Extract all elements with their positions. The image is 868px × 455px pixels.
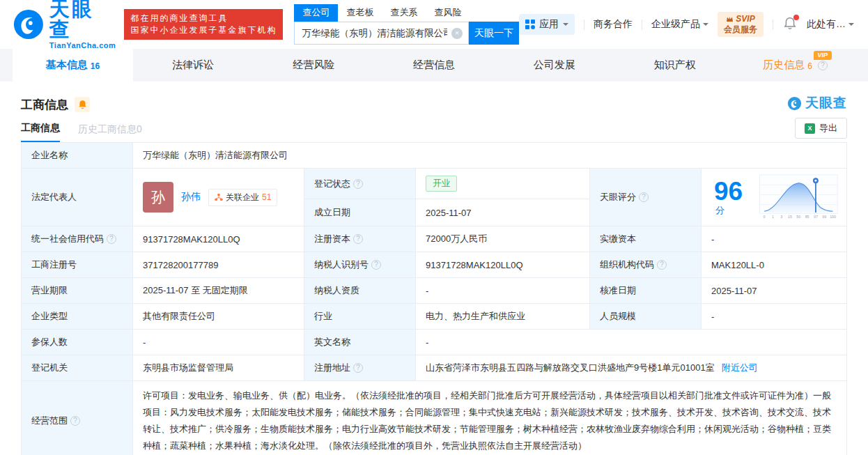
search-tab-relation[interactable]: 查关系 [382,4,426,22]
svg-text:0: 0 [764,215,766,219]
nearby-companies-link[interactable]: 附近公司 [722,362,758,373]
tianyancha-watermark: 天眼查 [787,94,847,112]
insured-count-label: 参保人数 [22,330,133,355]
company-name-label: 企业名称 [22,143,133,169]
tab-operational-info[interactable]: 经营信息 [374,49,495,82]
tab-company-development[interactable]: 公司发展 [494,49,614,82]
approval-date-label: 核准日期 [590,278,702,304]
search-input[interactable] [295,28,468,38]
svip-label: SVIP [736,14,754,24]
help-icon[interactable] [353,179,363,189]
establish-date-label: 成立日期 [304,199,416,226]
table-row: 法定代表人 孙 孙伟 关联企业 51 [22,169,847,199]
svg-text:99: 99 [823,215,827,219]
taxpayer-id-value: 91371728MAK120LL0Q [416,252,590,278]
reg-status-cell: 开业 [416,169,590,199]
related-companies-badge[interactable]: 关联企业 51 [208,189,277,206]
search-tab-risk[interactable]: 查风险 [426,4,470,22]
header-nav: 应用 商务合作 企业级产品 SVIP 会员服务 [519,12,854,37]
help-icon[interactable] [818,61,828,70]
approval-date-value: 2025-11-07 [702,278,847,304]
score-axis-ticks: 0 1 3 15 50 85 97 99 100 [764,215,836,219]
watermark-logo-icon [787,96,802,111]
tab-intellectual-property[interactable]: 知识产权 [614,49,735,82]
business-term-value: 2025-11-07 至 无固定期限 [133,278,304,304]
subtab-history-business-info[interactable]: 历史工商信息0 [78,123,142,142]
tianyancha-logo[interactable]: 天眼查 TianYanCha.com [13,0,116,49]
taxpayer-id-label: 纳税人识别号 [314,259,369,271]
status-badge: 开业 [426,176,457,192]
score-number: 96 [714,177,743,206]
help-icon[interactable] [70,416,80,426]
promo-line-2: 国家中小企业发展子基金旗下机构 [130,24,277,36]
related-count: 51 [262,192,271,202]
legal-rep-cell: 孙 孙伟 关联企业 51 [133,169,304,226]
legal-rep-name-link[interactable]: 孙伟 [181,191,201,203]
svg-text:15: 15 [788,215,792,219]
svip-member-button[interactable]: SVIP 会员服务 [718,12,764,37]
table-row: 营业期限 2025-11-07 至 无固定期限 纳税人资质 - 核准日期 202… [22,278,847,304]
svg-text:50: 50 [797,215,801,219]
nav-business-cooperation[interactable]: 商务合作 [594,18,633,31]
english-name-label: 英文名称 [304,330,416,355]
score-cell: 96分 [702,169,847,226]
address-value: 山东省菏泽市东明县五四路与解放路交叉口洪盛地产9号楼1单元01001室 [426,362,715,373]
nav-divider [642,20,642,30]
clear-search-icon[interactable]: × [451,28,463,39]
search-tab-boss[interactable]: 查老板 [338,4,382,22]
table-row: 企业类型 其他有限责任公司 行业 电力、热力生产和供应业 人员规模 - [22,304,847,330]
chevron-down-icon [563,23,568,29]
help-icon[interactable] [639,192,649,202]
tab-risk-label: 经营风险 [293,59,334,72]
industry-label: 行业 [304,304,416,330]
tab-development-label: 公司发展 [534,59,575,72]
paid-capital-value: - [702,226,847,252]
taxpayer-id-label-cell: 纳税人识别号 [304,252,416,278]
legal-rep-label: 法定代表人 [22,169,133,226]
nav-enterprise-products[interactable]: 企业级产品 [651,18,708,31]
table-row: 登记机关 东明县市场监督管理局 注册地址 山东省菏泽市东明县五四路与解放路交叉口… [22,355,847,381]
company-name-value: 万华绿能（东明）清洁能源有限公司 [133,143,847,169]
subtab-business-info[interactable]: 工商信息 [21,122,60,142]
search-tab-company[interactable]: 查公司 [294,4,338,22]
score-label-cell: 天眼评分 [590,169,702,226]
help-icon[interactable] [371,260,381,270]
business-scope-label-cell: 经营范围 [22,381,133,455]
score-distribution-chart: 0 1 3 15 50 85 97 99 100 [759,171,838,223]
tab-history-info[interactable]: VIP 历史信息 6 [735,49,855,82]
chevron-down-icon [703,23,708,29]
search-button[interactable]: 天眼一下 [469,22,519,45]
legal-rep-avatar[interactable]: 孙 [143,182,173,213]
apps-menu[interactable]: 应用 [519,14,575,35]
score-value: 96分 [714,178,748,217]
search-area: 查公司 查老板 查关系 查风险 × 天眼一下 [294,4,519,45]
help-icon[interactable] [657,260,667,270]
svip-service-label: 会员服务 [724,24,757,35]
notification-bell[interactable] [784,17,796,32]
address-cell: 山东省菏泽市东明县五四路与解放路交叉口洪盛地产9号楼1单元01001室附近公司 [416,355,847,381]
company-type-value: 其他有限责任公司 [133,304,304,330]
user-menu[interactable]: 此处有… [807,18,854,31]
paid-capital-label: 实缴资本 [590,226,702,252]
apps-grid-icon [525,20,535,29]
subtab-history-count: 0 [137,123,142,134]
score-unit: 分 [715,205,724,215]
help-icon[interactable] [107,234,116,244]
export-button[interactable]: X 导出 [795,118,847,139]
tab-operational-risk[interactable]: 经营风险 [254,49,374,82]
user-menu-label: 此处有… [807,18,846,31]
promo-line-1: 都在用的商业查询工具 [130,13,277,24]
nav-divider [773,20,773,30]
subscribe-bell-button[interactable] [75,97,90,112]
tab-legal-proceedings[interactable]: 法律诉讼 [133,49,254,82]
table-row: 经营范围 许可项目：发电业务、输电业务、供（配）电业务。（依法须经批准的项目，经… [22,381,847,455]
tab-ip-label: 知识产权 [654,59,696,72]
address-label-cell: 注册地址 [304,355,416,381]
help-icon[interactable] [353,234,363,244]
score-label: 天眼评分 [600,191,636,203]
export-label: 导出 [819,122,837,134]
tab-basic-info[interactable]: 基本信息 16 [13,49,133,82]
industry-value: 电力、热力生产和供应业 [416,304,590,330]
help-icon[interactable] [353,363,363,373]
svg-text:85: 85 [805,215,809,219]
